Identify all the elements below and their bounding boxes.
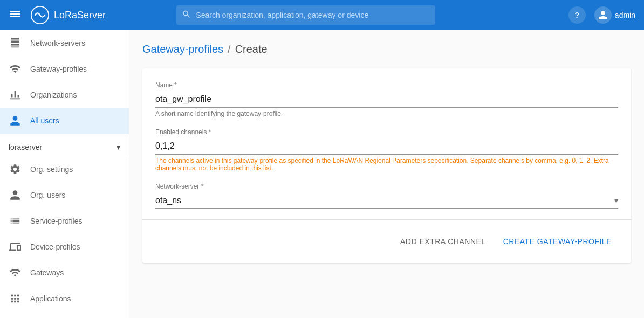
add-extra-channel-button[interactable]: ADD EXTRA CHANNEL bbox=[394, 233, 492, 250]
search-bar[interactable] bbox=[176, 5, 435, 25]
help-button[interactable]: ? bbox=[568, 6, 586, 24]
sidebar-label-network-servers: Network-servers bbox=[30, 39, 85, 47]
sidebar-item-org-settings[interactable]: Org. settings bbox=[0, 156, 129, 182]
organizations-icon bbox=[9, 88, 22, 101]
sidebar-item-gateways[interactable]: Gateways bbox=[0, 260, 129, 286]
sidebar-label-all-users: All users bbox=[30, 116, 59, 125]
gateways-icon bbox=[9, 266, 22, 279]
sidebar-label-gateways: Gateways bbox=[30, 268, 64, 277]
sidebar-label-org-users: Org. users bbox=[30, 191, 65, 199]
sidebar-label-service-profiles: Service-profiles bbox=[30, 217, 82, 225]
channels-label: Enabled channels * bbox=[155, 128, 618, 136]
org-selector-value: loraserver bbox=[9, 143, 42, 151]
sidebar: Network-servers Gateway-profiles Organiz… bbox=[0, 30, 129, 318]
network-server-select[interactable]: ota_ns bbox=[155, 192, 618, 208]
network-server-select-wrapper: ota_ns ▾ bbox=[155, 192, 618, 209]
main-content: Gateway-profiles / Create Name * A short… bbox=[129, 30, 644, 318]
gateway-profiles-icon bbox=[9, 63, 22, 75]
channels-input[interactable] bbox=[155, 138, 618, 155]
device-profiles-icon bbox=[9, 240, 22, 253]
name-field-group: Name * A short name identifying the gate… bbox=[155, 81, 618, 117]
name-input[interactable] bbox=[155, 91, 618, 108]
channels-field-group: Enabled channels * The channels active i… bbox=[155, 128, 618, 172]
org-selector-arrow: ▾ bbox=[117, 143, 120, 151]
sidebar-item-all-users[interactable]: All users bbox=[0, 108, 129, 134]
network-servers-icon bbox=[9, 37, 22, 50]
logo[interactable]: LoRaServer bbox=[30, 5, 106, 25]
user-avatar-icon bbox=[594, 6, 612, 24]
search-icon bbox=[182, 10, 191, 21]
menu-icon[interactable] bbox=[9, 8, 22, 23]
org-users-icon bbox=[9, 189, 22, 202]
org-selector[interactable]: loraserver ▾ bbox=[0, 139, 129, 156]
search-input[interactable] bbox=[176, 5, 435, 25]
topbar: LoRaServer ? admin bbox=[0, 0, 644, 30]
breadcrumb-current: Create bbox=[235, 43, 268, 56]
sidebar-item-org-users[interactable]: Org. users bbox=[0, 182, 129, 208]
sidebar-label-org-settings: Org. settings bbox=[30, 165, 73, 174]
topbar-right: ? admin bbox=[568, 6, 635, 24]
sidebar-item-gateway-profiles[interactable]: Gateway-profiles bbox=[0, 56, 129, 82]
all-users-icon bbox=[9, 114, 22, 127]
breadcrumb-separator: / bbox=[228, 43, 231, 56]
logo-text: LoRaServer bbox=[54, 10, 106, 21]
breadcrumb: Gateway-profiles / Create bbox=[142, 43, 631, 56]
create-gateway-profile-button[interactable]: CREATE GATEWAY-PROFILE bbox=[497, 233, 618, 250]
sidebar-item-device-profiles[interactable]: Device-profiles bbox=[0, 234, 129, 260]
sidebar-item-service-profiles[interactable]: Service-profiles bbox=[0, 208, 129, 234]
network-server-label: Network-server * bbox=[155, 183, 618, 190]
network-server-field-group: Network-server * ota_ns ▾ bbox=[155, 183, 618, 209]
sidebar-item-multicast-groups[interactable]: Multicast-groups bbox=[0, 312, 129, 318]
sidebar-item-organizations[interactable]: Organizations bbox=[0, 82, 129, 108]
card-divider bbox=[142, 219, 631, 220]
sidebar-item-applications[interactable]: Applications bbox=[0, 286, 129, 312]
breadcrumb-link[interactable]: Gateway-profiles bbox=[142, 43, 223, 56]
name-helper: A short name identifying the gateway-pro… bbox=[155, 110, 618, 117]
channels-helper: The channels active in this gateway-prof… bbox=[155, 157, 618, 172]
card-actions: ADD EXTRA CHANNEL CREATE GATEWAY-PROFILE bbox=[155, 229, 618, 250]
service-profiles-icon bbox=[9, 215, 22, 227]
sidebar-label-organizations: Organizations bbox=[30, 91, 77, 99]
user-name: admin bbox=[615, 11, 635, 19]
name-label: Name * bbox=[155, 81, 618, 89]
form-card: Name * A short name identifying the gate… bbox=[142, 68, 631, 263]
sidebar-item-network-servers[interactable]: Network-servers bbox=[0, 30, 129, 56]
applications-icon bbox=[9, 292, 22, 305]
org-settings-icon bbox=[9, 163, 22, 176]
user-menu[interactable]: admin bbox=[594, 6, 635, 24]
sidebar-label-device-profiles: Device-profiles bbox=[30, 243, 80, 251]
sidebar-divider bbox=[0, 136, 129, 136]
sidebar-label-gateway-profiles: Gateway-profiles bbox=[30, 65, 87, 73]
layout: Network-servers Gateway-profiles Organiz… bbox=[0, 30, 644, 318]
sidebar-label-applications: Applications bbox=[30, 294, 71, 303]
